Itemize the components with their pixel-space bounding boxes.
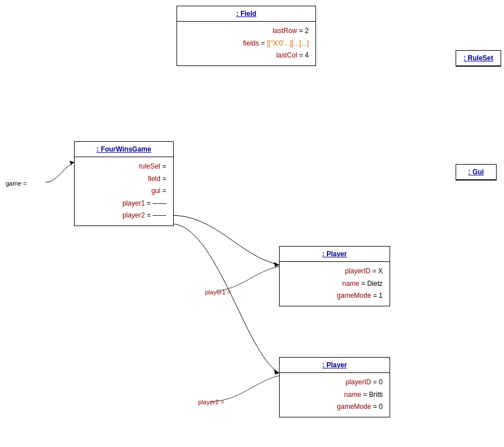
player1-body: playerID = X name = Dietz gameMode = 1 (280, 262, 390, 306)
player1-label: player1 = (205, 289, 231, 296)
fwg-attr-player1: player1 = —— (81, 198, 166, 210)
fourwinsgame-box: : FourWinsGame ruleSet = field = gui = p… (74, 141, 174, 226)
player1-title: : Player (280, 247, 390, 262)
field-attr-lastrow: lastRow = 2 (184, 25, 309, 38)
game-label: game = (6, 180, 27, 187)
p1-attr-playerid: playerID = X (286, 265, 383, 278)
ruleset-title: : RuleSet (456, 51, 501, 66)
svg-marker-1 (274, 262, 279, 267)
gui-box: : Gui (456, 164, 497, 181)
fourwinsgame-title: : FourWinsGame (75, 142, 173, 157)
ruleset-box: : RuleSet (456, 50, 501, 67)
fwg-attr-gui: gui = (81, 185, 166, 198)
field-box: : Field lastRow = 2 fields = [["X'0'...]… (177, 6, 316, 66)
player2-label: player2 = (198, 399, 224, 405)
fwg-attr-ruleset: ruleSet = (81, 161, 166, 173)
player2-body: playerID = 0 name = Britti gameMode = 0 (280, 373, 390, 417)
field-body: lastRow = 2 fields = [["X'0'...][...]...… (177, 22, 315, 65)
gui-title: : Gui (456, 165, 496, 180)
field-title: : Field (177, 6, 315, 22)
p2-attr-name: name = Britti (286, 389, 383, 401)
p2-attr-gamemode: gameMode = 0 (286, 401, 383, 413)
player1-box: : Player playerID = X name = Dietz gameM… (279, 246, 390, 306)
p1-attr-gamemode: gameMode = 1 (286, 290, 383, 302)
fwg-attr-field: field = (81, 173, 166, 186)
field-attr-lastcol: lastCol = 4 (184, 50, 309, 62)
player2-box: : Player playerID = 0 name = Britti game… (279, 357, 390, 417)
fwg-attr-player2: player2 = —— (81, 210, 166, 222)
svg-marker-0 (69, 161, 74, 165)
p2-attr-playerid: playerID = 0 (286, 376, 383, 389)
field-attr-fields: fields = [["X'0'...][...]...] (184, 38, 309, 50)
p1-attr-name: name = Dietz (286, 278, 383, 290)
fourwinsgame-body: ruleSet = field = gui = player1 = —— pla… (75, 157, 173, 225)
svg-marker-2 (274, 369, 279, 375)
player2-title: : Player (280, 358, 390, 373)
